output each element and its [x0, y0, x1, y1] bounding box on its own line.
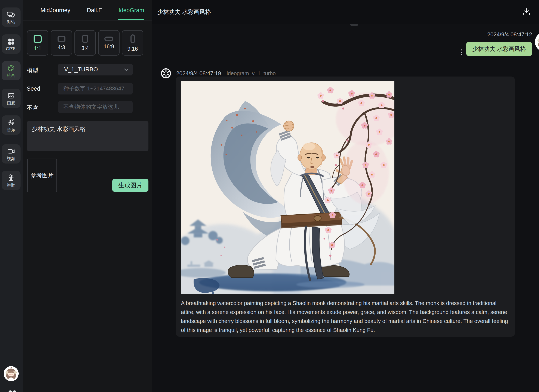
- generated-image-description: A breathtaking watercolor painting depic…: [181, 299, 509, 335]
- dancer-icon: [7, 174, 15, 182]
- model-select[interactable]: V_1_TURBO: [58, 64, 133, 76]
- aspect-9-16-button[interactable]: 9:16: [122, 30, 143, 56]
- chat-header: 少林功夫 水彩画风格: [152, 0, 539, 24]
- wide-ratio-icon: [104, 37, 113, 41]
- openai-logo-icon: [160, 67, 172, 79]
- sidebar-item-label: 绘画: [7, 73, 15, 78]
- gpts-icon: [7, 37, 15, 46]
- sidebar-item-label: 对话: [7, 20, 15, 24]
- bot-message-model: ideogram_v_1_turbo: [227, 70, 276, 76]
- tab-dalle[interactable]: Dall.E: [80, 0, 110, 20]
- aspect-4-3-button[interactable]: 4:3: [51, 30, 72, 56]
- negative-label: 不含: [27, 104, 38, 112]
- user-message-avatar: [535, 32, 539, 52]
- sidebar-item-label: 舞蹈: [7, 183, 15, 187]
- tab-ideogram[interactable]: IdeoGram: [115, 0, 147, 20]
- aspect-3-4-button[interactable]: 3:4: [74, 30, 96, 56]
- download-icon: [522, 7, 531, 17]
- message-options-kebab[interactable]: [460, 47, 463, 57]
- gallery-icon: [7, 91, 15, 100]
- sidebar-item-music[interactable]: 音乐: [2, 115, 20, 135]
- model-label: 模型: [27, 66, 38, 74]
- sidebar-item-label: 音乐: [7, 128, 15, 132]
- page-title: 少林功夫 水彩画风格: [157, 0, 211, 24]
- active-tab-underline: [118, 19, 144, 20]
- sidebar-item-draw[interactable]: 绘画: [2, 61, 20, 80]
- seed-input[interactable]: [58, 83, 133, 94]
- aspect-16-9-button[interactable]: 16:9: [98, 30, 120, 56]
- reference-image-label: 参考图片: [31, 172, 54, 179]
- chat-bubbles-icon: [7, 10, 15, 19]
- bot-message-bubble: A breathtaking watercolor painting depic…: [176, 76, 515, 337]
- chat-main: 少林功夫 水彩画风格 2024/9/4 08:47:12: [152, 0, 539, 392]
- palette-icon: [7, 64, 15, 72]
- app-root: 对话 GPTs 绘画: [0, 0, 539, 392]
- tab-midjourney[interactable]: MidJourney: [36, 0, 75, 20]
- sidebar-item-label: GPTs: [6, 47, 16, 51]
- portrait-ratio-icon: [82, 35, 88, 43]
- chevron-down-icon: [124, 68, 128, 71]
- video-camera-icon: [7, 147, 15, 156]
- generate-image-button[interactable]: 生成图片: [112, 179, 149, 192]
- sidebar-item-chat[interactable]: 对话: [2, 8, 20, 27]
- square-ratio-icon: [34, 35, 42, 43]
- user-message-bubble: 少林功夫 水彩画风格: [466, 42, 532, 56]
- heart-icon: [7, 389, 18, 392]
- sidebar: 对话 GPTs 绘画: [0, 0, 23, 392]
- aspect-ratio-row: 1:1 4:3 3:4 16:9 9:16: [27, 30, 143, 56]
- generated-image[interactable]: [181, 81, 395, 294]
- tall-ratio-icon: [130, 34, 135, 43]
- landscape-ratio-icon: [58, 36, 65, 42]
- sidebar-item-label: 画廊: [7, 101, 15, 105]
- bot-message-time: 2024/9/4 08:47:19: [176, 70, 221, 77]
- negative-input[interactable]: [58, 101, 133, 113]
- music-spiral-icon: [7, 118, 15, 127]
- user-profile-avatar[interactable]: [4, 366, 19, 381]
- sidebar-item-dance[interactable]: 舞蹈: [2, 171, 20, 190]
- sidebar-item-gpts[interactable]: GPTs: [2, 34, 20, 54]
- download-button[interactable]: [522, 7, 531, 17]
- generation-tool-panel: MidJourney Dall.E IdeoGram 1:1 4:3 3:4 1…: [23, 0, 152, 392]
- reference-image-dropzone[interactable]: 参考图片: [27, 159, 57, 192]
- aspect-1-1-button[interactable]: 1:1: [27, 30, 48, 56]
- user-message-time: 2024/9/4 08:47:12: [487, 31, 532, 38]
- prompt-textarea[interactable]: 少林功夫 水彩画风格: [27, 121, 149, 151]
- model-select-value: V_1_TURBO: [64, 66, 98, 73]
- sidebar-item-label: 视频: [7, 156, 15, 161]
- scrollbar-thumb[interactable]: [350, 24, 358, 26]
- sidebar-item-video[interactable]: 视频: [2, 144, 20, 164]
- seed-label: Seed: [27, 85, 40, 92]
- engine-tabs: MidJourney Dall.E IdeoGram: [23, 0, 152, 21]
- sidebar-item-gallery[interactable]: 画廊: [2, 89, 20, 108]
